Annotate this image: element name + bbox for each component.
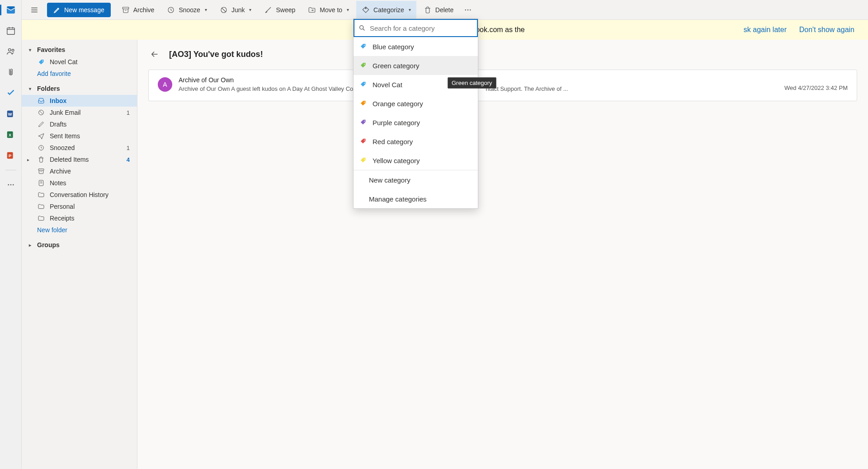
- delete-button[interactable]: Delete: [418, 1, 459, 19]
- folders-label: Folders: [37, 85, 60, 92]
- dont-show-again-link[interactable]: Don't show again: [799, 26, 854, 34]
- folder-label: Receipts: [50, 215, 74, 222]
- svg-text:P: P: [9, 154, 11, 158]
- tag-icon: [360, 43, 367, 50]
- folder-icon: [37, 191, 45, 198]
- category-item[interactable]: Green category: [354, 56, 478, 75]
- folders-header[interactable]: ▾ Folders: [22, 82, 137, 95]
- calendar-app-icon[interactable]: [5, 24, 17, 37]
- people-app-icon[interactable]: [5, 45, 17, 58]
- move-to-label: Move to: [320, 6, 342, 14]
- category-item[interactable]: Red category: [354, 132, 478, 151]
- message-date: Wed 4/27/2022 3:42 PM: [784, 84, 848, 91]
- svg-rect-18: [123, 7, 129, 9]
- svg-point-26: [470, 9, 471, 10]
- svg-point-12: [8, 184, 9, 186]
- folder-label: Notes: [50, 179, 66, 187]
- more-actions-button[interactable]: [461, 1, 475, 19]
- category-item[interactable]: Orange category: [354, 94, 478, 113]
- sweep-button[interactable]: Sweep: [259, 1, 301, 19]
- category-tooltip: Green category: [448, 77, 496, 89]
- categorize-label: Categorize: [373, 6, 404, 14]
- svg-line-37: [363, 29, 364, 30]
- move-to-button[interactable]: Move to ▾: [302, 1, 354, 19]
- chevron-right-icon: ▸: [27, 157, 29, 162]
- svg-point-41: [364, 102, 365, 103]
- sender-name: Archive of Our Own: [179, 76, 848, 84]
- folder-label: Drafts: [50, 121, 66, 128]
- folder-item-receipts[interactable]: Receipts: [22, 212, 137, 224]
- new-category-item[interactable]: New category: [354, 170, 478, 189]
- folder-sidebar: ▾ Favorites Novel Cat Add favorite ▾ Fol…: [22, 40, 137, 469]
- new-message-button[interactable]: New message: [47, 3, 111, 17]
- add-favorite-link[interactable]: Add favorite: [22, 68, 137, 80]
- favorites-header[interactable]: ▾ Favorites: [22, 43, 137, 56]
- svg-point-23: [365, 8, 366, 9]
- back-button[interactable]: [148, 48, 161, 61]
- chevron-down-icon: ▾: [249, 7, 251, 12]
- junk-button[interactable]: Junk ▾: [214, 1, 257, 19]
- sender-avatar: A: [158, 77, 172, 92]
- todo-app-icon[interactable]: [5, 87, 17, 99]
- mail-app-icon[interactable]: [5, 4, 17, 16]
- folder-item-personal[interactable]: Personal: [22, 201, 137, 212]
- junk-label: Junk: [231, 6, 245, 14]
- folder-item-notes[interactable]: Notes: [22, 177, 137, 189]
- powerpoint-app-icon[interactable]: P: [5, 149, 17, 162]
- category-item[interactable]: Yellow category: [354, 151, 478, 170]
- drafts-icon: [37, 121, 45, 128]
- folder-label: Conversation History: [50, 191, 108, 198]
- tag-icon: [360, 81, 367, 88]
- svg-line-29: [39, 111, 43, 114]
- message-preview: Archive of Our Own A guest left kudos on…: [179, 85, 848, 92]
- folder-item-deleted-items[interactable]: ▸Deleted Items4: [22, 154, 137, 165]
- message-subject: [AO3] You've got kudos!: [169, 50, 263, 59]
- svg-point-4: [8, 49, 11, 52]
- archive-icon: [37, 168, 45, 175]
- tag-icon: [360, 157, 367, 164]
- svg-point-27: [42, 61, 43, 61]
- excel-app-icon[interactable]: X: [5, 128, 17, 141]
- folder-item-inbox[interactable]: Inbox: [22, 95, 137, 107]
- folder-item-sent-items[interactable]: Sent Items: [22, 130, 137, 142]
- inbox-icon: [37, 97, 45, 104]
- category-search-row: [354, 19, 478, 37]
- subject-row: [AO3] You've got kudos!: [137, 40, 868, 65]
- hamburger-button[interactable]: [27, 3, 42, 17]
- sweep-label: Sweep: [276, 6, 295, 14]
- category-label: Red category: [373, 138, 413, 145]
- folder-item-snoozed[interactable]: Snoozed1: [22, 142, 137, 154]
- snooze-label: Snooze: [179, 6, 200, 14]
- svg-line-22: [222, 8, 226, 12]
- category-item[interactable]: Purple category: [354, 113, 478, 132]
- archive-label: Archive: [133, 6, 155, 14]
- groups-header[interactable]: ▸ Groups: [22, 239, 137, 251]
- folder-item-junk-email[interactable]: Junk Email1: [22, 107, 137, 118]
- sent-icon: [37, 132, 45, 140]
- files-app-icon[interactable]: [5, 66, 17, 79]
- favorite-item[interactable]: Novel Cat: [22, 56, 137, 68]
- svg-point-5: [12, 49, 14, 52]
- categorize-button[interactable]: Categorize ▾: [356, 1, 416, 19]
- category-search-input[interactable]: [370, 20, 477, 36]
- folder-item-archive[interactable]: Archive: [22, 165, 137, 177]
- manage-categories-item[interactable]: Manage categories: [354, 189, 478, 208]
- category-label: Green category: [373, 62, 419, 70]
- message-card[interactable]: A Archive of Our Own Archive of Our Own …: [148, 70, 857, 101]
- category-item[interactable]: Blue category: [354, 37, 478, 56]
- folder-item-conversation-history[interactable]: Conversation History: [22, 189, 137, 201]
- snooze-button[interactable]: Snooze ▾: [161, 1, 212, 19]
- svg-point-38: [364, 45, 365, 46]
- new-folder-link[interactable]: New folder: [22, 224, 137, 236]
- svg-rect-31: [38, 169, 44, 170]
- ask-again-later-link[interactable]: sk again later: [744, 26, 787, 34]
- message-body: Archive of Our Own Archive of Our Own A …: [179, 76, 848, 92]
- chevron-down-icon: ▾: [26, 47, 33, 52]
- svg-point-14: [12, 184, 14, 186]
- archive-button[interactable]: Archive: [116, 1, 160, 19]
- chevron-down-icon: ▾: [26, 86, 33, 91]
- tag-icon: [360, 62, 367, 69]
- folder-item-drafts[interactable]: Drafts: [22, 118, 137, 130]
- word-app-icon[interactable]: W: [5, 108, 17, 120]
- more-apps-icon[interactable]: [5, 178, 17, 191]
